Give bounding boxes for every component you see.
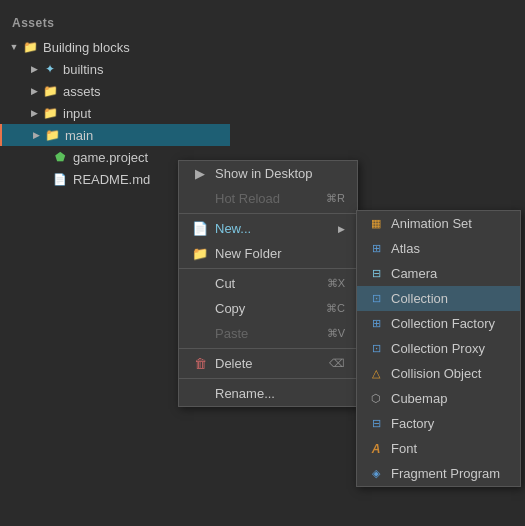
menu-item-delete[interactable]: 🗑 Delete ⌫ (179, 351, 357, 376)
tree-label: builtins (63, 62, 103, 77)
tree-label: Building blocks (43, 40, 130, 55)
menu-separator-2 (179, 268, 357, 269)
tree-item-main[interactable]: ▶ 📁 main (0, 124, 230, 146)
arrow-right-icon: ▶ (191, 166, 209, 181)
folder-icon: 📁 (42, 83, 58, 99)
tree-label: input (63, 106, 91, 121)
puzzle-icon: ✦ (42, 61, 58, 77)
collection-proxy-icon: ⊡ (367, 342, 385, 356)
submenu-item-camera[interactable]: ⊟ Camera (357, 261, 520, 286)
assets-title: Assets (0, 10, 230, 36)
submenu-item-atlas[interactable]: ⊞ Atlas (357, 236, 520, 261)
tree-arrow: ▶ (28, 107, 40, 119)
collection-factory-icon: ⊞ (367, 317, 385, 331)
camera-icon: ⊟ (367, 267, 385, 281)
submenu-item-fragment-program[interactable]: ◈ Fragment Program (357, 461, 520, 486)
menu-item-show-in-desktop[interactable]: ▶ Show in Desktop (179, 161, 357, 186)
tree-arrow: ▼ (8, 41, 20, 53)
submenu-item-collection[interactable]: ⊡ Collection (357, 286, 520, 311)
menu-item-new-folder[interactable]: 📁 New Folder (179, 241, 357, 266)
tree-item-assets[interactable]: ▶ 📁 assets (0, 80, 230, 102)
menu-item-copy[interactable]: Copy ⌘C (179, 296, 357, 321)
tree-label: README.md (73, 172, 150, 187)
tree-label: main (65, 128, 93, 143)
tree-item-input[interactable]: ▶ 📁 input (0, 102, 230, 124)
menu-item-rename[interactable]: Rename... (179, 381, 357, 406)
readme-icon: 📄 (52, 171, 68, 187)
tree-arrow: ▶ (30, 129, 42, 141)
folder-icon: 📁 (191, 246, 209, 261)
tree-arrow: ▶ (28, 63, 40, 75)
submenu-item-collision-object[interactable]: △ Collision Object (357, 361, 520, 386)
new-icon: 📄 (191, 221, 209, 236)
submenu-item-cubemap[interactable]: ⬡ Cubemap (357, 386, 520, 411)
factory-icon: ⊟ (367, 417, 385, 431)
submenu-item-font[interactable]: A Font (357, 436, 520, 461)
tree-label: assets (63, 84, 101, 99)
atlas-icon: ⊞ (367, 242, 385, 256)
fragment-program-icon: ◈ (367, 467, 385, 481)
folder-icon: 📁 (42, 105, 58, 121)
submenu-item-animation-set[interactable]: ▦ Animation Set (357, 211, 520, 236)
menu-separator-4 (179, 378, 357, 379)
cubemap-icon: ⬡ (367, 392, 385, 406)
submenu: ▦ Animation Set ⊞ Atlas ⊟ Camera ⊡ Colle… (356, 210, 521, 487)
tree-label: game.project (73, 150, 148, 165)
menu-item-paste: Paste ⌘V (179, 321, 357, 346)
menu-item-cut[interactable]: Cut ⌘X (179, 271, 357, 296)
menu-separator-3 (179, 348, 357, 349)
submenu-item-collection-factory[interactable]: ⊞ Collection Factory (357, 311, 520, 336)
folder-icon: 📁 (22, 39, 38, 55)
menu-item-new[interactable]: 📄 New... (179, 216, 357, 241)
tree-arrow: ▶ (28, 85, 40, 97)
collision-object-icon: △ (367, 367, 385, 381)
trash-icon: 🗑 (191, 356, 209, 371)
font-icon: A (367, 442, 385, 456)
menu-item-hot-reload: Hot Reload ⌘R (179, 186, 357, 211)
animation-set-icon: ▦ (367, 217, 385, 231)
submenu-item-factory[interactable]: ⊟ Factory (357, 411, 520, 436)
submenu-item-collection-proxy[interactable]: ⊡ Collection Proxy (357, 336, 520, 361)
tree-item-builtins[interactable]: ▶ ✦ builtins (0, 58, 230, 80)
menu-separator-1 (179, 213, 357, 214)
folder-icon: 📁 (44, 127, 60, 143)
tree-item-building-blocks[interactable]: ▼ 📁 Building blocks (0, 36, 230, 58)
context-menu: ▶ Show in Desktop Hot Reload ⌘R 📄 New...… (178, 160, 358, 407)
collection-icon: ⊡ (367, 292, 385, 306)
gameproject-icon: ⬟ (52, 149, 68, 165)
